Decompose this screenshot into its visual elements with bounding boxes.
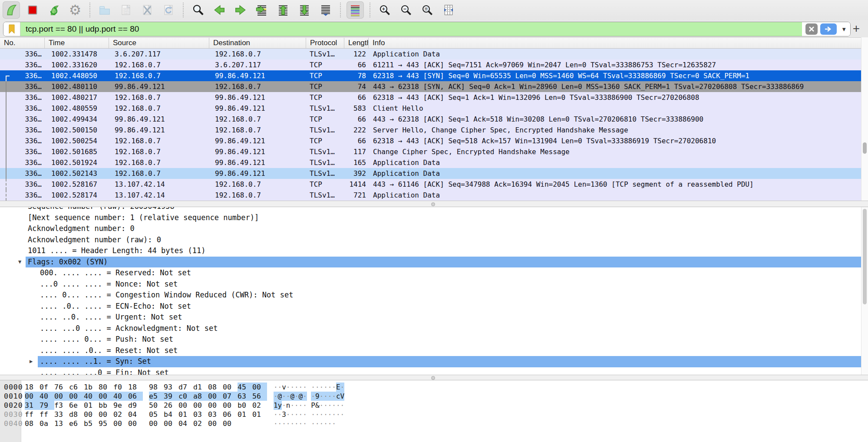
filter-add-button[interactable]: + xyxy=(850,21,863,36)
go-back-button[interactable] xyxy=(211,1,228,19)
packet-cell: 165 xyxy=(344,157,369,168)
find-packet-button[interactable] xyxy=(189,1,207,19)
go-to-bottom-button[interactable] xyxy=(296,1,313,19)
hex-ascii[interactable]: ··v····· ······E· xyxy=(274,383,344,392)
packet-row[interactable]: 336…1002.48011099.86.49.121192.168.0.7TC… xyxy=(0,81,868,92)
packet-row[interactable]: 336…1002.448050192.168.0.799.86.49.121TC… xyxy=(0,70,868,81)
packet-cell: TCP xyxy=(306,70,344,81)
packet-row[interactable]: 336…1002.331620192.168.0.73.6.207.117TCP… xyxy=(0,59,868,70)
packet-cell: 192.168.0.7 xyxy=(209,81,306,92)
column-header-time[interactable]: Time xyxy=(45,38,109,48)
detail-row[interactable]: .... ..0. .... = Urgent: Not set xyxy=(0,312,868,323)
hex-ascii[interactable]: ··3····· ········ xyxy=(274,410,344,419)
pane-splitter-top[interactable] xyxy=(0,201,868,207)
packet-cell: 192.168.0.7 xyxy=(109,135,209,146)
apply-filter-button[interactable] xyxy=(820,23,837,35)
save-file-button[interactable]: 010100110101110 xyxy=(117,1,135,19)
packet-row[interactable]: 336…1002.480559192.168.0.799.86.49.121TL… xyxy=(0,103,868,114)
detail-row[interactable]: Sequence number (raw): 2605041958 xyxy=(0,207,868,212)
detail-row[interactable]: Acknowledgment number: 0 xyxy=(0,223,868,234)
packet-row[interactable]: 336…1002.502143192.168.0.799.86.49.121TL… xyxy=(0,168,868,179)
hex-ascii[interactable]: ········ ······ xyxy=(274,419,336,428)
column-header-protocol[interactable]: Protocol xyxy=(306,38,344,48)
filter-expression-area[interactable]: tcp.port == 80 || udp.port == 80 xyxy=(20,22,802,36)
auto-scroll-button[interactable] xyxy=(317,1,334,19)
detail-row[interactable]: 1011 .... = Header Length: 44 bytes (11) xyxy=(0,245,868,257)
display-filter-input[interactable]: tcp.port == 80 || udp.port == 80 ▼ xyxy=(3,22,851,36)
column-header-length[interactable]: Length xyxy=(344,38,369,48)
detail-text: ...0 .... .... = Nonce: Not set xyxy=(38,279,178,290)
clear-filter-button[interactable] xyxy=(805,23,818,35)
zoom-reset-button[interactable]: = xyxy=(419,1,436,19)
hex-bytes[interactable]: 3179f36e01bb9ed9 502600000000b002 xyxy=(25,401,267,410)
detail-row[interactable]: .... .... 0... = Push: Not set xyxy=(0,334,868,345)
go-forward-icon xyxy=(234,3,247,16)
zoom-in-icon: + xyxy=(378,3,391,16)
detail-pane-scrollbar[interactable] xyxy=(861,207,868,375)
pane-splitter-bottom[interactable] xyxy=(0,375,868,380)
go-forward-button[interactable] xyxy=(232,1,249,19)
restart-capture-button[interactable] xyxy=(45,1,63,19)
collapse-arrow-icon[interactable]: ▶ xyxy=(30,356,33,367)
start-capture-button[interactable] xyxy=(3,1,20,19)
detail-row[interactable]: .... .... .0.. = Reset: Not set xyxy=(0,345,868,356)
packet-cell: 61211 → 443 [ACK] Seq=7151 Ack=97069 Win… xyxy=(369,59,868,70)
detail-row[interactable]: 000. .... .... = Reserved: Not set xyxy=(0,267,868,279)
packet-row[interactable]: 336…1002.501685192.168.0.799.86.49.121TL… xyxy=(0,146,868,157)
detail-row[interactable]: Acknowledgment number (raw): 0 xyxy=(0,234,868,246)
hex-bytes[interactable]: ffff33d800000204 05b4010303060101 xyxy=(25,410,267,419)
hex-bytes[interactable]: 0040000040004006 e539c0a800076356 xyxy=(25,392,267,401)
scrollbar-thumb[interactable] xyxy=(863,142,867,154)
packet-cell: TLSv1… xyxy=(306,146,344,157)
detail-row[interactable]: .... .... ...0 = Fin: Not set xyxy=(0,367,868,375)
column-header-destination[interactable]: Destination xyxy=(209,38,306,48)
packet-row[interactable]: 336…1002.501924192.168.0.799.86.49.121TL… xyxy=(0,157,868,168)
detail-row[interactable]: ...0 .... .... = Nonce: Not set xyxy=(0,279,868,290)
packet-row[interactable]: 336…1002.3314783.6.207.117192.168.0.7TLS… xyxy=(0,49,868,59)
hex-bytes[interactable]: 080a13e6b5950000 000004020000 xyxy=(25,419,238,428)
packet-cell: TLSv1… xyxy=(306,49,344,59)
colorize-packets-button[interactable] xyxy=(347,1,364,19)
hex-bytes[interactable]: 180f76c61b80f018 9893d7d108004500 xyxy=(25,383,267,392)
packet-cell: 13.107.42.14 xyxy=(109,190,209,201)
zoom-in-button[interactable]: + xyxy=(376,1,393,19)
toolbar-separator xyxy=(370,3,371,17)
hex-ascii[interactable]: 1y·n···· P&······ xyxy=(274,401,344,410)
detail-row[interactable]: ▶.... .... ..1. = Syn: Set xyxy=(0,356,868,367)
go-to-top-button[interactable] xyxy=(274,1,292,19)
detail-row[interactable]: .... 0... .... = Congestion Window Reduc… xyxy=(0,290,868,301)
stop-capture-button[interactable] xyxy=(24,1,41,19)
packet-row[interactable]: 336…1002.500254192.168.0.799.86.49.121TC… xyxy=(0,135,868,146)
open-file-button[interactable] xyxy=(96,1,113,19)
detail-row[interactable]: .... ...0 .... = Acknowledgment: Not set xyxy=(0,323,868,334)
packet-cell: 443 → 62318 [ACK] Seq=1 Ack=518 Win=3020… xyxy=(369,114,868,125)
scrollbar-thumb[interactable] xyxy=(863,209,867,304)
column-header-info[interactable]: Info xyxy=(369,38,868,48)
detail-row[interactable]: .... .0.. .... = ECN-Echo: Not set xyxy=(0,301,868,312)
packet-list-scrollbar[interactable] xyxy=(861,37,868,201)
close-file-button[interactable]: 010100110101110 xyxy=(139,1,156,19)
capture-options-button[interactable]: ⚙ xyxy=(66,1,84,19)
resize-columns-button[interactable] xyxy=(440,1,457,19)
reload-file-button[interactable]: 010100110101110 xyxy=(160,1,177,19)
column-header-no[interactable]: No. xyxy=(0,38,45,48)
detail-row[interactable]: ▼Flags: 0x002 (SYN) xyxy=(0,257,868,268)
go-to-packet-button[interactable] xyxy=(253,1,271,19)
packet-cell: 66 xyxy=(344,92,369,103)
detail-row[interactable]: [Next sequence number: 1 (relative seque… xyxy=(0,212,868,224)
packet-row[interactable]: 336…1002.52817413.107.42.14192.168.0.7TL… xyxy=(0,190,868,201)
conversation-marker-icon xyxy=(0,190,10,201)
packet-row[interactable]: 336…1002.480217192.168.0.799.86.49.121TC… xyxy=(0,92,868,103)
open-file-icon xyxy=(98,3,111,16)
column-header-source[interactable]: Source xyxy=(109,38,209,48)
packet-row[interactable]: 336…1002.50015099.86.49.121192.168.0.7TL… xyxy=(0,125,868,135)
packet-row[interactable]: 336…1002.52816713.107.42.14192.168.0.7TC… xyxy=(0,179,868,190)
expand-arrow-icon[interactable]: ▼ xyxy=(18,257,21,268)
zoom-out-button[interactable]: − xyxy=(397,1,415,19)
packet-row[interactable]: 336…1002.49943499.86.49.121192.168.0.7TC… xyxy=(0,114,868,125)
chevron-down-icon[interactable]: ▼ xyxy=(841,26,847,33)
filter-bookmark-button[interactable] xyxy=(3,22,20,36)
conversation-marker-icon xyxy=(0,114,10,125)
hex-ascii[interactable]: ·@··@·@· ·9····cV xyxy=(274,392,344,401)
packet-cell: 99.86.49.121 xyxy=(209,157,306,168)
